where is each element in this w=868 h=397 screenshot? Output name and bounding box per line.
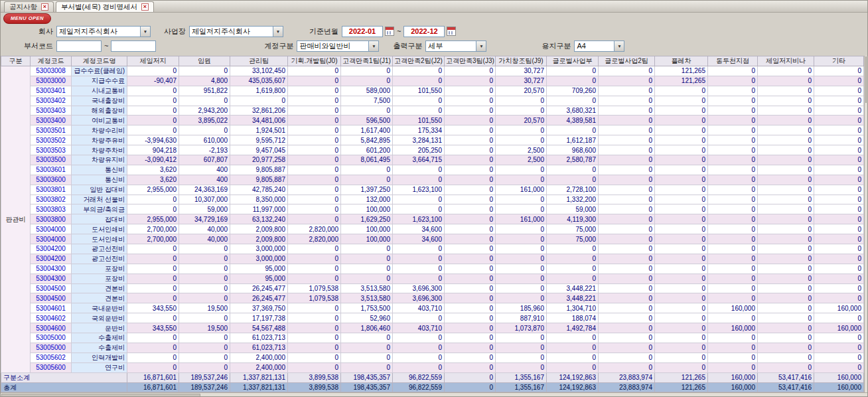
amount-cell[interactable]: 0 <box>179 333 230 343</box>
amount-cell[interactable]: 0 <box>445 165 496 175</box>
amount-cell[interactable]: 0 <box>127 254 179 264</box>
amount-cell[interactable]: 0 <box>599 185 655 195</box>
amount-cell[interactable]: 0 <box>288 76 341 86</box>
amount-cell[interactable]: 0 <box>655 254 708 264</box>
footer-amount-cell[interactable]: 121,265 <box>655 372 708 382</box>
account-name-cell[interactable]: 거래처 선물비 <box>72 195 127 204</box>
table-row[interactable]: 53004200광고선전비003,000,00000000000000 <box>1 244 864 254</box>
amount-cell[interactable]: 0 <box>127 362 179 372</box>
amount-cell[interactable]: 0 <box>288 66 341 76</box>
amount-cell[interactable]: 0 <box>814 145 864 155</box>
footer-amount-cell[interactable]: 189,537,246 <box>179 372 230 382</box>
amount-cell[interactable]: 3,620 <box>127 175 179 185</box>
amount-cell[interactable]: 0 <box>814 264 864 274</box>
amount-cell[interactable]: 2,820,000 <box>288 234 341 244</box>
amount-cell[interactable]: 0 <box>655 195 708 204</box>
account-code-cell[interactable]: 53004000 <box>31 224 72 234</box>
amount-cell[interactable]: 0 <box>547 244 599 254</box>
footer-amount-cell[interactable]: 1,337,821,131 <box>230 382 288 392</box>
amount-cell[interactable]: 0 <box>393 264 445 274</box>
account-name-cell[interactable]: 지급수수료 <box>72 76 127 86</box>
account-name-cell[interactable]: 부의금/축의금 <box>72 204 127 214</box>
amount-cell[interactable]: 610,000 <box>179 135 230 145</box>
amount-cell[interactable]: 0 <box>393 343 445 353</box>
amount-cell[interactable]: 0 <box>445 264 496 274</box>
amount-cell[interactable]: 2,009,800 <box>230 224 288 234</box>
amount-cell[interactable]: 0 <box>496 195 547 204</box>
amount-cell[interactable]: 0 <box>599 175 655 185</box>
account-code-cell[interactable]: 53003601 <box>31 165 72 175</box>
amount-cell[interactable]: 0 <box>179 313 230 323</box>
paper-type-select[interactable]: A4 ▼ <box>574 40 624 52</box>
amount-cell[interactable]: 0 <box>445 185 496 195</box>
amount-cell[interactable]: 20,977,258 <box>230 155 288 165</box>
amount-cell[interactable]: 0 <box>758 86 814 96</box>
amount-cell[interactable]: 0 <box>814 125 864 135</box>
account-code-cell[interactable]: 53003400 <box>31 116 72 125</box>
amount-cell[interactable]: 75,000 <box>547 234 599 244</box>
amount-cell[interactable]: 343,550 <box>127 303 179 313</box>
amount-cell[interactable]: 0 <box>496 175 547 185</box>
amount-cell[interactable]: 1,806,460 <box>341 323 393 333</box>
amount-cell[interactable]: 0 <box>547 96 599 106</box>
amount-cell[interactable]: 0 <box>496 224 547 234</box>
footer-amount-cell[interactable]: 53,417,416 <box>758 372 814 382</box>
amount-cell[interactable]: 0 <box>288 155 341 165</box>
scrollbar-thumb[interactable] <box>1 394 200 397</box>
amount-cell[interactable]: 0 <box>758 96 814 106</box>
amount-cell[interactable]: 0 <box>496 353 547 362</box>
amount-cell[interactable]: 0 <box>599 125 655 135</box>
amount-cell[interactable]: 3,696,300 <box>393 283 445 293</box>
amount-cell[interactable]: 95,000 <box>230 274 288 283</box>
amount-cell[interactable]: 0 <box>814 244 864 254</box>
amount-cell[interactable]: 0 <box>393 76 445 86</box>
account-code-cell[interactable]: 53003500 <box>31 155 72 165</box>
account-name-cell[interactable]: 수출제비 <box>72 333 127 343</box>
table-row[interactable]: 53004000도서인쇄비2,700,00040,0002,009,8002,8… <box>1 234 864 244</box>
amount-cell[interactable]: 0 <box>708 135 758 145</box>
account-name-cell[interactable]: 연구비 <box>72 362 127 372</box>
account-name-cell[interactable]: 국내출장비 <box>72 96 127 106</box>
amount-cell[interactable]: 95,000 <box>230 264 288 274</box>
amount-cell[interactable]: 0 <box>445 195 496 204</box>
amount-cell[interactable]: 0 <box>708 283 758 293</box>
table-row[interactable]: 53004300포장비0095,00000000000000 <box>1 264 864 274</box>
amount-cell[interactable]: 0 <box>547 333 599 343</box>
account-name-cell[interactable]: 차량유지비 <box>72 155 127 165</box>
amount-cell[interactable]: 0 <box>127 96 179 106</box>
amount-cell[interactable]: 709,260 <box>547 86 599 96</box>
amount-cell[interactable]: 0 <box>814 155 864 165</box>
amount-cell[interactable]: 0 <box>599 155 655 165</box>
amount-cell[interactable]: 0 <box>547 175 599 185</box>
amount-cell[interactable]: 0 <box>288 343 341 353</box>
amount-cell[interactable]: 26,245,477 <box>230 283 288 293</box>
amount-cell[interactable]: 0 <box>758 283 814 293</box>
amount-cell[interactable]: 2,955,000 <box>127 185 179 195</box>
amount-cell[interactable]: 0 <box>655 204 708 214</box>
amount-cell[interactable]: 0 <box>758 155 814 165</box>
amount-cell[interactable]: 0 <box>445 283 496 293</box>
account-code-cell[interactable]: 53003401 <box>31 86 72 96</box>
table-row[interactable]: 53003802거래처 선물비010,307,0008,350,0000132,… <box>1 195 864 204</box>
amount-cell[interactable]: 0 <box>814 254 864 264</box>
account-code-cell[interactable]: 53003501 <box>31 125 72 135</box>
amount-cell[interactable]: 400 <box>179 165 230 175</box>
amount-cell[interactable]: 0 <box>708 293 758 303</box>
amount-cell[interactable]: 1,623,100 <box>393 214 445 224</box>
amount-cell[interactable]: 121,265 <box>655 66 708 76</box>
amount-cell[interactable]: 17,197,738 <box>230 313 288 323</box>
account-code-cell[interactable]: 53004500 <box>31 283 72 293</box>
amount-cell[interactable]: -90,407 <box>127 76 179 86</box>
amount-cell[interactable]: 0 <box>599 303 655 313</box>
amount-cell[interactable]: 75,000 <box>547 224 599 234</box>
amount-cell[interactable]: 0 <box>655 175 708 185</box>
footer-amount-cell[interactable]: 0 <box>445 372 496 382</box>
table-row[interactable]: 53003600통신비3,6204009,805,88700000000000 <box>1 175 864 185</box>
footer-amount-cell[interactable]: 96,822,559 <box>393 372 445 382</box>
account-name-cell[interactable]: 국내운반비 <box>72 303 127 313</box>
amount-cell[interactable]: 0 <box>288 145 341 155</box>
amount-cell[interactable]: 40,000 <box>179 224 230 234</box>
horizontal-scrollbar[interactable] <box>1 392 867 397</box>
amount-cell[interactable]: 100,000 <box>341 224 393 234</box>
period-to-input[interactable]: 2022-12 <box>403 26 445 37</box>
